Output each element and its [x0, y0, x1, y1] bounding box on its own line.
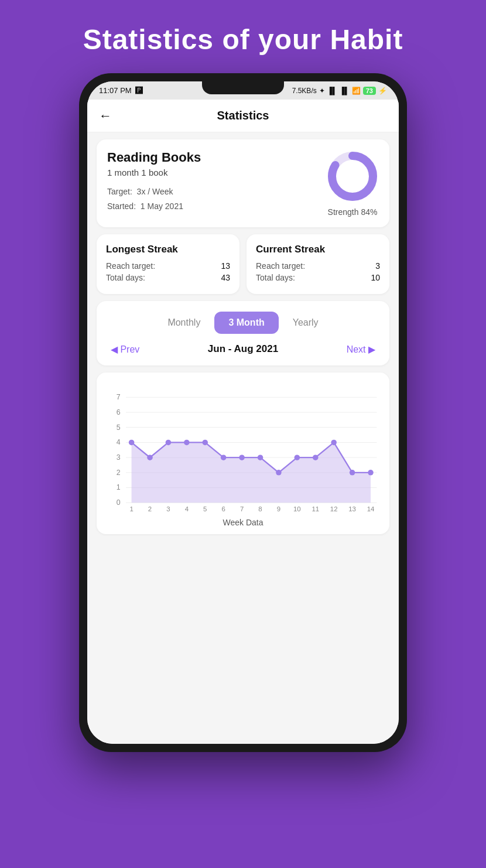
svg-text:5: 5	[203, 505, 207, 512]
wifi-icon: 📶	[352, 87, 361, 95]
svg-point-2	[342, 166, 363, 187]
charging-icon: ⚡	[378, 87, 387, 95]
habit-card: Reading Books 1 month 1 book Target: 3x …	[97, 139, 389, 227]
svg-text:9: 9	[277, 505, 280, 512]
svg-point-32	[350, 470, 355, 476]
habit-meta: Target: 3x / Week Started: 1 May 2021	[107, 184, 201, 214]
svg-point-27	[258, 454, 263, 460]
svg-point-20	[129, 440, 135, 446]
started-value: 1 May 2021	[141, 201, 183, 211]
page-title: Statistics of your Habit	[83, 23, 403, 56]
next-button[interactable]: Next ▶	[347, 344, 375, 355]
longest-streak-card: Longest Streak Reach target: 13 Total da…	[97, 234, 239, 294]
tab-yearly[interactable]: Yearly	[279, 312, 333, 334]
current-streak-title: Current Streak	[256, 244, 380, 255]
svg-text:6: 6	[117, 408, 121, 416]
current-reach-label: Reach target:	[256, 261, 305, 271]
prev-button[interactable]: ◀ Prev	[111, 344, 139, 355]
svg-text:4: 4	[185, 505, 189, 512]
longest-reach-target: Reach target: 13	[106, 261, 230, 271]
chart-area: 0 1 2 3 4 5 6 7	[104, 383, 382, 512]
started-label: Started:	[107, 201, 136, 211]
svg-text:10: 10	[293, 505, 301, 512]
svg-point-22	[166, 440, 172, 446]
current-total-days: Total days: 10	[256, 273, 380, 282]
streak-row: Longest Streak Reach target: 13 Total da…	[97, 234, 389, 294]
svg-point-30	[313, 454, 319, 460]
svg-text:13: 13	[348, 505, 356, 512]
line-chart: 0 1 2 3 4 5 6 7	[104, 383, 382, 512]
svg-text:7: 7	[117, 393, 121, 401]
svg-text:1: 1	[129, 505, 133, 512]
time: 11:07 PM	[99, 86, 132, 95]
habit-subtitle: 1 month 1 book	[107, 168, 201, 177]
period-range: Jun - Aug 2021	[208, 343, 278, 355]
longest-days-value: 43	[221, 273, 230, 282]
svg-point-25	[221, 454, 227, 460]
svg-point-28	[276, 470, 282, 476]
longest-streak-title: Longest Streak	[106, 244, 230, 255]
svg-text:0: 0	[117, 498, 121, 507]
svg-text:8: 8	[258, 505, 262, 512]
target-label: Target:	[107, 187, 132, 196]
svg-text:2: 2	[117, 469, 121, 477]
svg-text:14: 14	[367, 505, 375, 512]
network-speed: 7.5KB/s	[292, 87, 317, 95]
current-streak-card: Current Streak Reach target: 3 Total day…	[247, 234, 389, 294]
chart-bottom-label: Week Data	[104, 518, 382, 527]
donut-wrap: Strength 84%	[326, 150, 379, 217]
period-tabs: Monthly 3 Month Yearly	[106, 312, 380, 334]
target-value: 3x / Week	[137, 187, 173, 196]
longest-reach-label: Reach target:	[106, 261, 155, 271]
battery-indicator: 73	[363, 87, 376, 95]
longest-total-days: Total days: 43	[106, 273, 230, 282]
svg-point-23	[184, 440, 190, 446]
svg-text:3: 3	[166, 505, 170, 512]
tab-3month[interactable]: 3 Month	[214, 312, 278, 334]
app-content: ← Statistics Reading Books 1 month 1 boo…	[87, 100, 399, 744]
current-reach-value: 3	[375, 261, 380, 271]
signal-icon2: ▐▌	[340, 87, 350, 95]
phone-frame: 11:07 PM 🅿 7.5KB/s ✦ ▐▌ ▐▌ 📶 73 ⚡ ← Stat…	[79, 73, 407, 752]
strength-donut	[326, 150, 379, 203]
header-title: Statistics	[217, 109, 269, 122]
period-nav: ◀ Prev Jun - Aug 2021 Next ▶	[106, 343, 380, 355]
svg-point-31	[331, 440, 337, 446]
period-card: Monthly 3 Month Yearly ◀ Prev Jun - Aug …	[97, 301, 389, 365]
signal-icon: ▐▌	[327, 87, 337, 95]
strength-label: Strength 84%	[328, 207, 378, 217]
svg-text:1: 1	[117, 483, 121, 491]
current-days-value: 10	[371, 273, 380, 282]
habit-name: Reading Books	[107, 150, 201, 165]
svg-point-21	[147, 454, 153, 460]
longest-days-label: Total days:	[106, 273, 145, 282]
notch	[202, 81, 284, 94]
svg-marker-19	[132, 442, 371, 503]
svg-point-33	[368, 470, 374, 476]
chart-card: 0 1 2 3 4 5 6 7	[97, 373, 389, 534]
svg-text:5: 5	[117, 423, 121, 432]
current-days-label: Total days:	[256, 273, 295, 282]
svg-text:4: 4	[117, 438, 121, 446]
svg-text:6: 6	[222, 505, 225, 512]
svg-text:12: 12	[330, 505, 338, 512]
svg-text:7: 7	[240, 505, 244, 512]
current-reach-target: Reach target: 3	[256, 261, 380, 271]
tab-monthly[interactable]: Monthly	[153, 312, 214, 334]
svg-point-29	[295, 454, 300, 460]
svg-text:2: 2	[148, 505, 152, 512]
svg-point-26	[239, 454, 245, 460]
back-button[interactable]: ←	[99, 108, 112, 124]
longest-reach-value: 13	[221, 261, 230, 271]
bluetooth-icon: ✦	[319, 87, 325, 95]
notification-icon: 🅿	[135, 86, 143, 95]
app-header: ← Statistics	[87, 100, 399, 132]
svg-text:3: 3	[117, 453, 121, 462]
habit-info: Reading Books 1 month 1 book Target: 3x …	[107, 150, 201, 214]
svg-text:11: 11	[312, 505, 319, 512]
svg-point-24	[203, 440, 208, 446]
phone-screen: 11:07 PM 🅿 7.5KB/s ✦ ▐▌ ▐▌ 📶 73 ⚡ ← Stat…	[87, 81, 399, 744]
